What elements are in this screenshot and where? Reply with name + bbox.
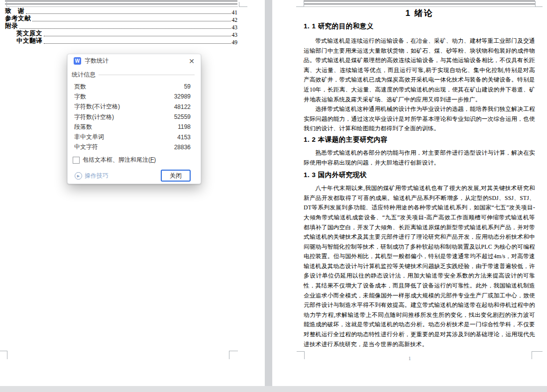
margin-corner-mark	[7, 351, 7, 359]
section-heading-1-1[interactable]: 1. 1 研究的目的和意义	[304, 22, 535, 31]
toc-dot-leader	[19, 28, 231, 29]
document-page-chapter1[interactable]: 1 绪论 1. 1 研究的目的和意义 带式输送机是连续运行的运输设备，在冶金、采…	[272, 0, 547, 386]
stat-label: 字符数(计空格)	[74, 113, 114, 121]
header-double-rule	[5, 0, 237, 4]
stat-label: 页数	[74, 83, 86, 91]
dialog-titlebar[interactable]: W 字数统计 ✕	[68, 54, 201, 68]
margin-corner-mark	[296, 6, 304, 7]
chapter-title[interactable]: 1 绪论	[304, 8, 535, 19]
stat-row-chars-with-spaces: 字符数(计空格) 52559	[74, 112, 191, 122]
statistics-list: 页数 59 字数 32989 字符数(不计空格) 48122 字符数(计空格) …	[74, 82, 191, 152]
margin-corner-mark	[239, 2, 239, 6]
margin-corner-mark	[535, 1, 536, 6]
toc-entry-references[interactable]: 参考文献 42	[5, 15, 237, 23]
include-textbox-footnotes-checkbox[interactable]: 包括文本框、脚注和尾注(F)	[73, 156, 156, 164]
toc-entry-page: 42	[232, 17, 238, 23]
stat-row-pages: 页数 59	[74, 82, 191, 92]
tips-link-label: 操作技巧	[85, 172, 109, 180]
operation-tips-link[interactable]: ▶ 操作技巧	[75, 172, 109, 180]
margin-corner-mark	[535, 6, 543, 7]
stat-label: 字符数(不计空格)	[74, 102, 120, 111]
stat-value: 4153	[177, 134, 191, 141]
group-divider	[99, 75, 195, 75]
stat-row-non-chinese-words: 非中文单词 4153	[74, 132, 191, 142]
page-gap	[265, 0, 272, 386]
toc-dot-leader	[44, 36, 231, 36]
stat-value: 1198	[178, 123, 191, 130]
toc-dot-leader	[26, 13, 231, 14]
margin-corner-mark	[6, 2, 7, 6]
stat-row-words: 字数 32989	[74, 92, 191, 101]
margin-corner-mark	[532, 351, 532, 359]
play-circle-icon: ▶	[75, 172, 82, 180]
toc-entry-page: 43	[232, 32, 238, 38]
paragraph[interactable]: 选择带式输送机这种通用机械的设计作为毕业设计的选题，能培养我们独立解决工程实际问…	[304, 104, 535, 134]
stat-value: 28836	[174, 144, 191, 151]
stat-row-chinese-chars: 中文字符 28836	[74, 142, 191, 152]
toc-entry-page: 43	[232, 24, 238, 30]
stat-label: 非中文单词	[74, 133, 104, 141]
word-count-dialog: W 字数统计 ✕ 统计信息 页数 59 字数 32989 字符数(不计空格) 4…	[67, 54, 201, 184]
checkbox-icon[interactable]	[73, 157, 80, 164]
toc-entry-acknowledgements[interactable]: 致 谢 41	[5, 8, 237, 15]
paragraph[interactable]: 八十年代末期以来,我国的煤矿用带式输送机也有了很大的发展,对其关键技术研究和新产…	[304, 184, 535, 349]
close-icon[interactable]: ✕	[189, 58, 195, 65]
section-heading-1-2[interactable]: 1. 2 本课题的主要研究内容	[304, 135, 535, 144]
margin-corner-mark	[229, 351, 238, 351]
statistics-group-label: 统计信息	[72, 71, 96, 79]
paragraph[interactable]: 熟悉带式输送机的各部分的功能与作用，对主要部件进行选型设计与计算，解决在实际使用…	[304, 148, 535, 168]
checkbox-label: 包括文本框、脚注和尾注(F)	[83, 156, 156, 164]
margin-corner-mark	[229, 351, 229, 359]
stat-value: 52559	[174, 113, 191, 120]
dialog-footer: ▶ 操作技巧 关闭	[75, 169, 191, 182]
margin-corner-mark	[297, 351, 305, 352]
margin-corner-mark	[0, 351, 7, 351]
stat-value: 59	[184, 83, 191, 90]
stat-label: 字数	[74, 93, 86, 101]
dialog-title: 字数统计	[85, 57, 109, 65]
stat-label: 段落数	[74, 123, 92, 131]
stat-row-chars-no-spaces: 字符数(不计空格) 48122	[74, 102, 191, 112]
toc-entry-page: 49	[232, 39, 238, 45]
toc-dot-leader	[44, 43, 231, 44]
table-of-contents: 致 谢 41 参考文献 42 附录 43 英文原文 43 中文翻译 49	[5, 8, 237, 45]
paragraph[interactable]: 带式输送机是连续运行的运输设备，在冶金、采矿、动力、建材等重工业部门及交通运输部…	[304, 36, 535, 104]
stat-label: 中文字符	[74, 143, 98, 151]
margin-corner-mark	[532, 351, 543, 352]
toc-dot-leader	[32, 21, 231, 21]
toc-entry-label: 中文翻译	[16, 37, 42, 45]
document-area-bottom-strip	[0, 386, 547, 392]
chapter-body: 1 绪论 1. 1 研究的目的和意义 带式输送机是连续运行的运输设备，在冶金、采…	[304, 0, 535, 349]
section-heading-1-3[interactable]: 1. 3 国内外研究现状	[304, 171, 535, 180]
toc-entry-chinese-translation[interactable]: 中文翻译 49	[5, 38, 237, 45]
stat-row-paragraphs: 段落数 1198	[74, 122, 191, 132]
close-button[interactable]: 关闭	[161, 170, 191, 182]
stat-value: 32989	[174, 93, 191, 100]
margin-corner-mark	[239, 6, 247, 7]
statistics-group-header: 统计信息	[72, 71, 195, 79]
header-margin-line	[6, 6, 238, 7]
wps-writer-icon: W	[74, 57, 81, 65]
toc-entry-page: 41	[232, 9, 238, 15]
margin-corner-mark	[304, 351, 305, 359]
page-number: 1	[272, 355, 547, 361]
stat-value: 48122	[174, 103, 191, 110]
